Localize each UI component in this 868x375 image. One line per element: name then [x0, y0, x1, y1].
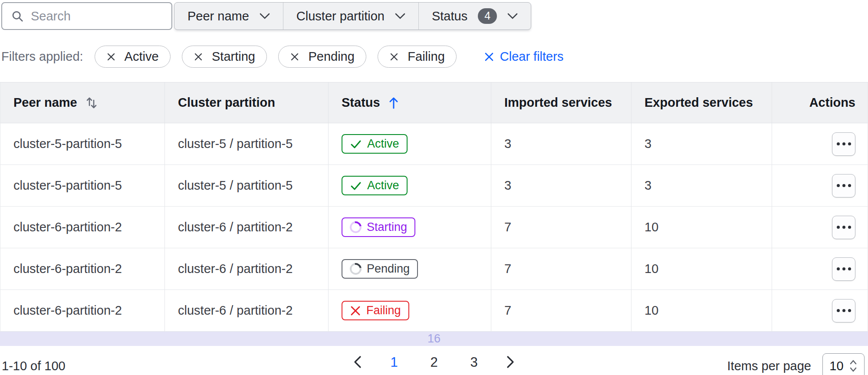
remove-filter-icon[interactable]: [106, 52, 116, 62]
row-actions-button[interactable]: [832, 216, 855, 239]
clear-filters-label: Clear filters: [500, 49, 564, 64]
filter-pill-label: Active: [125, 49, 159, 64]
status-cell: Failing: [328, 290, 491, 331]
table-row: cluster-6-partition-2 cluster-6 / partit…: [0, 207, 868, 248]
filter-pill[interactable]: Failing: [378, 46, 456, 68]
filter-pill[interactable]: Pending: [278, 46, 366, 68]
peer-name-cell: cluster-6-partition-2: [0, 248, 164, 289]
column-header-label: Actions: [809, 95, 855, 110]
items-per-page-select[interactable]: 10: [822, 353, 865, 375]
imported-services-cell: 3: [491, 123, 631, 164]
column-header-label: Status: [342, 95, 380, 110]
column-header-peer-name[interactable]: Peer name: [0, 82, 164, 123]
page-button-3[interactable]: 3: [460, 351, 487, 375]
remove-filter-icon[interactable]: [290, 52, 299, 62]
clear-filters-link[interactable]: Clear filters: [484, 49, 564, 64]
page-number: 2: [430, 355, 437, 370]
x-icon: [350, 305, 361, 316]
filter-pill-label: Pending: [308, 49, 354, 64]
status-badge: Pending: [342, 259, 418, 279]
filter-pill-label: Starting: [212, 49, 255, 64]
actions-cell: [772, 290, 868, 331]
search-box[interactable]: [1, 2, 172, 30]
peers-list-page: Peer name Cluster partition Status 4 Fil…: [0, 0, 868, 375]
pagination-range: 1-10 of 100: [2, 359, 66, 373]
column-header-actions: Actions: [772, 82, 868, 123]
stepper-icon: [849, 359, 858, 372]
next-page-button[interactable]: [500, 351, 520, 374]
status-badge-label: Failing: [366, 304, 401, 317]
check-icon: [350, 138, 362, 150]
table-body: cluster-5-partition-5 cluster-5 / partit…: [0, 123, 868, 332]
column-header-imported-services: Imported services: [491, 82, 631, 123]
filter-pill[interactable]: Starting: [182, 46, 267, 68]
actions-cell: [772, 165, 868, 206]
imported-services-cell: 7: [491, 207, 631, 248]
check-icon: [350, 180, 362, 192]
table-header-row: Peer name Cluster partition Status Impor…: [0, 82, 868, 123]
status-cell: Starting: [328, 207, 491, 248]
items-per-page-label: Items per page: [727, 359, 811, 373]
exported-services-cell: 10: [631, 207, 772, 248]
row-actions-button[interactable]: [832, 174, 855, 197]
search-input[interactable]: [31, 9, 163, 23]
close-icon: [484, 52, 494, 62]
cluster-partition-dropdown-label: Cluster partition: [296, 9, 385, 23]
spinner-icon: [348, 261, 364, 277]
status-badge-label: Active: [367, 137, 399, 151]
exported-services-cell: 10: [631, 290, 772, 331]
imported-services-cell: 7: [491, 248, 631, 289]
exported-services-cell: 10: [631, 248, 772, 289]
table-row: cluster-6-partition-2 cluster-6 / partit…: [0, 290, 868, 332]
peer-name-dropdown[interactable]: Peer name: [174, 3, 283, 30]
scroll-indicator-strip: 16: [0, 332, 868, 346]
column-header-label: Peer name: [13, 95, 77, 110]
status-badge: Starting: [342, 217, 415, 237]
row-actions-button[interactable]: [832, 132, 855, 156]
actions-cell: [772, 207, 868, 248]
pagination-bar: 1-10 of 100 1 2 3 Items per page 10: [0, 349, 868, 375]
status-dropdown-label: Status: [432, 9, 467, 23]
pager: 1 2 3: [348, 351, 520, 375]
row-actions-button[interactable]: [832, 299, 855, 322]
cluster-partition-cell: cluster-5 / partition-5: [164, 123, 328, 164]
column-header-exported-services: Exported services: [631, 82, 772, 123]
previous-page-button[interactable]: [348, 351, 368, 374]
status-cell: Pending: [328, 248, 491, 289]
filter-pill[interactable]: Active: [95, 46, 171, 68]
items-per-page: Items per page 10: [727, 353, 865, 375]
row-actions-button[interactable]: [832, 257, 855, 281]
chevron-left-icon: [354, 355, 362, 368]
page-button-2[interactable]: 2: [421, 351, 447, 375]
exported-services-cell: 3: [631, 123, 772, 164]
status-badge-label: Active: [367, 179, 399, 192]
imported-services-cell: 7: [491, 290, 631, 331]
status-badge: Failing: [342, 301, 409, 320]
status-dropdown[interactable]: Status 4: [418, 3, 531, 30]
page-number: 3: [470, 355, 477, 370]
search-icon: [11, 10, 24, 23]
page-number: 1: [390, 355, 398, 370]
sort-ascending-icon: [388, 96, 399, 109]
status-cell: Active: [328, 123, 491, 164]
filters-applied-label: Filters applied:: [1, 49, 83, 64]
scroll-indicator-value: 16: [427, 332, 441, 345]
cluster-partition-cell: cluster-6 / partition-2: [164, 207, 328, 248]
cluster-partition-cell: cluster-5 / partition-5: [164, 165, 328, 206]
chevron-down-icon: [395, 13, 405, 20]
peer-name-dropdown-label: Peer name: [187, 9, 249, 23]
status-filter-count-badge: 4: [478, 8, 497, 24]
cluster-partition-dropdown[interactable]: Cluster partition: [283, 3, 418, 30]
column-header-label: Cluster partition: [178, 95, 275, 110]
chevron-right-icon: [506, 355, 514, 368]
filter-toolbar: Peer name Cluster partition Status 4: [1, 2, 868, 30]
status-badge-label: Starting: [367, 220, 407, 234]
column-header-status[interactable]: Status: [328, 82, 491, 123]
filter-dropdown-group: Peer name Cluster partition Status 4: [174, 2, 531, 30]
table-row: cluster-6-partition-2 cluster-6 / partit…: [0, 248, 868, 290]
remove-filter-icon[interactable]: [194, 52, 203, 62]
remove-filter-icon[interactable]: [389, 52, 399, 62]
actions-cell: [772, 248, 868, 289]
column-header-cluster-partition: Cluster partition: [164, 82, 328, 123]
page-button-1[interactable]: 1: [381, 351, 408, 375]
